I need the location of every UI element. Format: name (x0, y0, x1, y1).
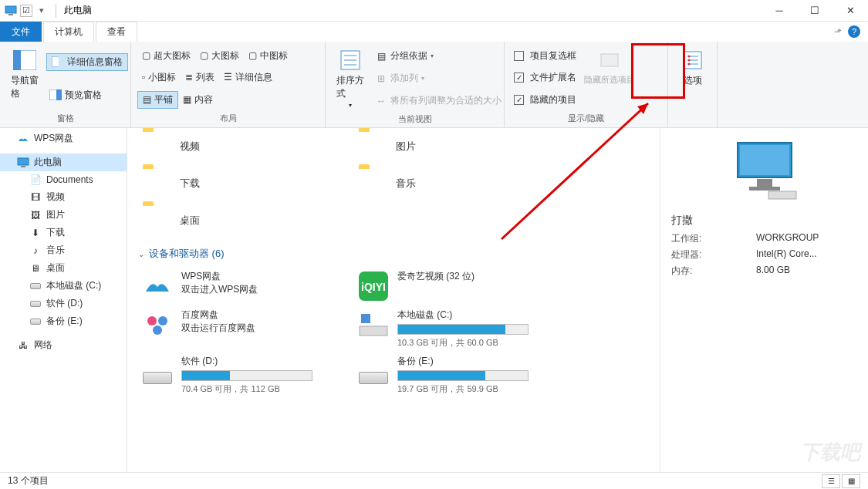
folder-desktop[interactable]: 桌面 (138, 202, 323, 239)
sidebar-item-pictures[interactable]: 🖼图片 (0, 206, 127, 224)
autosize-button[interactable]: ↔将所有列调整为合适的大小 (372, 93, 505, 109)
drive-c[interactable]: 本地磁盘 (C:)10.3 GB 可用，共 60.0 GB (354, 305, 539, 352)
tab-view[interactable]: 查看 (96, 22, 137, 42)
nav-sidebar: WPS网盘 此电脑 📄Documents 🎞视频 🖼图片 ⬇下载 ♪音乐 🖥桌面… (0, 128, 127, 472)
svg-rect-33 (757, 179, 772, 187)
pc-icon (5, 5, 17, 17)
drive-wps[interactable]: WPS网盘双击进入WPS网盘 (138, 267, 323, 305)
sidebar-item-thispc[interactable]: 此电脑 (0, 153, 127, 171)
layout-content[interactable]: ▦内容 (178, 91, 218, 109)
sidebar-item-downloads[interactable]: ⬇下载 (0, 224, 127, 241)
svg-rect-34 (749, 187, 780, 191)
window-title: 此电脑 (59, 4, 92, 17)
tab-computer[interactable]: 计算机 (43, 22, 94, 42)
layout-tiles[interactable]: ▤平铺 (137, 91, 178, 109)
svg-point-17 (687, 56, 690, 58)
group-label-view: 当前视图 (332, 112, 498, 128)
chk-hidden[interactable]: ✓隐藏的项目 (511, 92, 579, 108)
statusbar: 13 个项目 ☰ ▦ (0, 472, 868, 489)
svg-rect-1 (8, 14, 13, 15)
ribbon-tabs: 文件 计算机 查看 ⬏ ? (0, 22, 868, 42)
sidebar-item-edrive[interactable]: 备份 (E:) (0, 312, 127, 330)
svg-rect-30 (360, 326, 387, 336)
svg-point-18 (687, 59, 690, 62)
group-label-showhide: 显示/隐藏 (511, 111, 661, 127)
view-details-button[interactable]: ☰ (822, 474, 840, 488)
svg-point-26 (147, 316, 157, 325)
group-label-panes: 窗格 (6, 111, 124, 127)
folder-downloads[interactable]: 下载 (138, 165, 323, 202)
svg-rect-23 (21, 166, 25, 167)
options-button[interactable]: 选项 (674, 45, 711, 113)
sidebar-item-desktop[interactable]: 🖥桌面 (0, 259, 127, 277)
sidebar-item-music[interactable]: ♪音乐 (0, 241, 127, 259)
folder-music[interactable]: 音乐 (354, 165, 539, 202)
sidebar-item-cdrive[interactable]: 本地磁盘 (C:) (0, 277, 127, 295)
hide-selected-button[interactable]: 隐藏所选项目 (579, 45, 640, 111)
folder-pictures[interactable]: 图片 (354, 128, 539, 165)
titlebar: ☑ ▾ 此电脑 ─ ☐ ✕ (0, 0, 868, 22)
layout-list[interactable]: ≣列表 (181, 69, 219, 86)
svg-text:iQIYI: iQIYI (361, 281, 386, 293)
layout-xl[interactable]: ▢超大图标 (137, 48, 195, 64)
sort-button[interactable]: 排序方式▾ (332, 45, 369, 112)
svg-rect-12 (601, 54, 618, 66)
sidebar-item-ddrive[interactable]: 软件 (D:) (0, 295, 127, 312)
svg-rect-32 (740, 145, 789, 175)
details-pane-toggle[interactable]: 详细信息窗格 (46, 53, 128, 71)
details-title: 打撒 (671, 214, 693, 228)
tab-file[interactable]: 文件 (0, 22, 42, 42)
drive-d[interactable]: 软件 (D:)70.4 GB 可用，共 112 GB (138, 352, 323, 398)
nav-pane-label: 导航窗格 (11, 74, 39, 100)
layout-details[interactable]: ☰详细信息 (219, 69, 277, 86)
sidebar-item-videos[interactable]: 🎞视频 (0, 188, 127, 206)
ribbon: 导航窗格 详细信息窗格 预览窗格 窗格 ▢超大图标 ▢大图标 ▢中图标 ▫小图标… (0, 42, 868, 128)
section-devices[interactable]: ⌄设备和驱动器 (6) (138, 247, 660, 261)
svg-rect-35 (768, 191, 796, 199)
minimize-ribbon-icon[interactable]: ⬏ (834, 26, 842, 37)
qat-properties-icon[interactable]: ☑ (20, 5, 32, 17)
group-label-layout: 布局 (137, 111, 319, 127)
pc-large-icon (730, 139, 799, 203)
svg-rect-29 (361, 314, 370, 323)
svg-point-28 (153, 325, 162, 335)
layout-l[interactable]: ▢大图标 (195, 48, 244, 64)
drive-e[interactable]: 备份 (E:)19.7 GB 可用，共 59.9 GB (354, 352, 539, 398)
help-icon[interactable]: ? (848, 25, 860, 38)
view-icons-button[interactable]: ▦ (842, 474, 860, 488)
sidebar-item-wps[interactable]: WPS网盘 (0, 130, 127, 147)
preview-pane-toggle[interactable]: 预览窗格 (46, 87, 128, 103)
svg-rect-7 (56, 89, 62, 100)
svg-rect-3 (13, 50, 21, 70)
nav-pane-button[interactable]: 导航窗格 (6, 45, 43, 111)
chk-item-checkboxes[interactable]: 项目复选框 (511, 48, 579, 64)
svg-point-19 (687, 63, 690, 66)
svg-rect-0 (5, 6, 16, 13)
layout-s[interactable]: ▫小图标 (137, 69, 181, 86)
qat-dropdown-icon[interactable]: ▾ (35, 5, 48, 17)
layout-m[interactable]: ▢中图标 (244, 48, 292, 64)
maximize-button[interactable]: ☐ (797, 0, 833, 22)
drive-baidu[interactable]: 百度网盘双击运行百度网盘 (138, 305, 323, 352)
svg-rect-22 (18, 158, 29, 165)
svg-point-27 (158, 316, 167, 325)
groupby-button[interactable]: ▤分组依据 ▾ (372, 48, 505, 64)
sidebar-item-documents[interactable]: 📄Documents (0, 171, 127, 188)
minimize-button[interactable]: ─ (762, 0, 797, 22)
addcol-button[interactable]: ⊞添加列 ▾ (372, 70, 505, 86)
folder-videos[interactable]: 视频 (138, 128, 323, 165)
svg-rect-5 (59, 56, 64, 67)
sidebar-item-network[interactable]: 🖧网络 (0, 336, 127, 354)
close-button[interactable]: ✕ (833, 0, 868, 22)
main-content: 视频 图片 下载 音乐 桌面 ⌄设备和驱动器 (6) WPS网盘双击进入WPS网… (138, 128, 660, 472)
drive-iqiyi[interactable]: iQIYI 爱奇艺视频 (32 位) (354, 267, 539, 305)
chk-extensions[interactable]: ✓文件扩展名 (511, 69, 579, 86)
details-pane: 打撒 工作组:WORKGROUP 处理器:Intel(R) Core... 内存… (660, 128, 868, 472)
status-text: 13 个项目 (8, 474, 49, 487)
